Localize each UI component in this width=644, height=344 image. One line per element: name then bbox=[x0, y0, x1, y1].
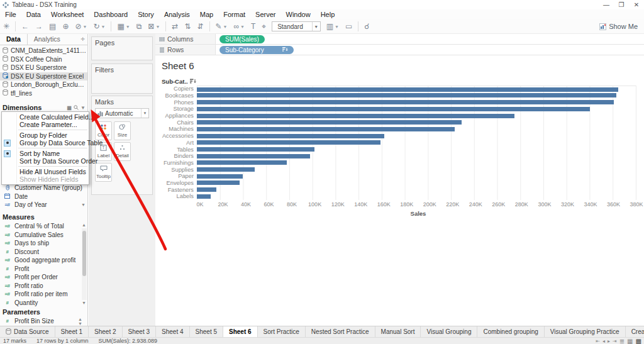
new-worksheet-button[interactable]: ▦▼ bbox=[114, 20, 133, 33]
data-source-london-borough-excludi[interactable]: London_Borough_Excludi... bbox=[0, 80, 87, 89]
sheet-tab-sheet-6[interactable]: Sheet 6 bbox=[223, 326, 258, 337]
bar-fasteners[interactable] bbox=[197, 187, 216, 192]
bar-tables[interactable] bbox=[197, 147, 314, 152]
menu-map[interactable]: Map bbox=[195, 9, 218, 19]
data-source-cnm-dataextents-14112[interactable]: CNM_DataExtents_14112... bbox=[0, 47, 87, 55]
size-button[interactable]: Size bbox=[114, 121, 131, 140]
tableau-logo-button[interactable]: ✳ bbox=[0, 20, 13, 33]
sheet-tab-create-region-from-country[interactable]: Create region from country bbox=[626, 326, 644, 337]
sheet-tab-sheet-4[interactable]: Sheet 4 bbox=[156, 326, 189, 337]
menu-window[interactable]: Window bbox=[281, 9, 316, 19]
previous-sheet-icon[interactable]: ◂ bbox=[602, 338, 605, 344]
menu-item-group-by-folder[interactable]: Group by Folder bbox=[2, 131, 89, 139]
sheet-tab-data-source[interactable]: Data Source bbox=[0, 326, 55, 337]
dimensions-menu-caret-icon[interactable]: ▼ bbox=[80, 105, 86, 111]
category-label-machines[interactable]: Machines bbox=[160, 126, 197, 132]
sort-descending-button[interactable]: ⇵ bbox=[194, 20, 206, 33]
sheet-tab-sort-practice[interactable]: Sort Practice bbox=[258, 326, 306, 337]
bar-labels[interactable] bbox=[197, 194, 211, 199]
category-label-appliances[interactable]: Appliances bbox=[160, 113, 197, 119]
sheet-tab-sheet-1[interactable]: Sheet 1 bbox=[55, 326, 89, 337]
view-as-icon[interactable]: ▦ bbox=[67, 105, 72, 111]
measure-central-of-total[interactable]: =#Central % of Total bbox=[0, 222, 82, 231]
measure-profit-per-order[interactable]: =#Profit per Order bbox=[0, 273, 82, 282]
data-source-dsx-eu-superstore-excel[interactable]: DSX EU Superstore Excel bbox=[0, 72, 87, 81]
minimize-button[interactable]: — bbox=[599, 0, 614, 9]
filters-shelf[interactable]: Filters bbox=[91, 64, 153, 94]
dimension-customer-name-group[interactable]: Customer Name (group) bbox=[0, 184, 87, 192]
swap-rows-columns-button[interactable]: ⇄ bbox=[169, 20, 181, 33]
measure-cumulative-sales[interactable]: =#Cumulative Sales bbox=[0, 231, 82, 240]
share-button[interactable]: ☌ bbox=[361, 20, 372, 33]
category-label-binders[interactable]: Binders bbox=[160, 153, 197, 159]
menu-item-group-by-data-source-table[interactable]: Group by Data Source Table bbox=[2, 139, 89, 147]
close-button[interactable]: ✕ bbox=[629, 0, 644, 9]
bar-supplies[interactable] bbox=[197, 167, 255, 172]
undo-button[interactable]: ← bbox=[18, 20, 32, 33]
pane-pin-icon[interactable]: ✛ bbox=[80, 36, 85, 42]
bar-chairs[interactable] bbox=[197, 120, 462, 125]
data-source-dsx-coffee-chain[interactable]: DSX Coffee Chain bbox=[0, 55, 87, 64]
sheet-tab-nested-sort-practice[interactable]: Nested Sort Practice bbox=[306, 326, 375, 337]
bar-paper[interactable] bbox=[197, 174, 243, 179]
sheet-tab-sheet-2[interactable]: Sheet 2 bbox=[89, 326, 122, 337]
bar-storage[interactable] bbox=[197, 107, 590, 111]
measure-good-aggregate-profit[interactable]: =#Good aggregate profit bbox=[0, 256, 82, 265]
menu-data[interactable]: Data bbox=[21, 9, 46, 19]
data-source-tfl-lines[interactable]: tfl_lines bbox=[0, 89, 87, 98]
category-label-phones[interactable]: Phones bbox=[160, 99, 197, 106]
measure-discount[interactable]: #Discount bbox=[0, 248, 82, 257]
fit-selector[interactable]: Standard ▼ bbox=[272, 21, 321, 31]
new-data-source-button[interactable]: ⊕ bbox=[59, 20, 72, 33]
category-label-furnishings[interactable]: Furnishings bbox=[160, 160, 197, 166]
chevron-down-icon[interactable]: ▼ bbox=[312, 22, 320, 31]
pill-sub-category[interactable]: Sub-Category bbox=[219, 46, 294, 54]
bar-accessories[interactable] bbox=[197, 134, 384, 138]
clear-sheet-button[interactable]: ⊠▼ bbox=[145, 20, 163, 33]
parameters-scroll-up-icon[interactable]: ▲ bbox=[78, 317, 82, 321]
measures-scrollbar[interactable] bbox=[82, 228, 87, 300]
pause-auto-updates-button[interactable]: ⊘▼ bbox=[72, 20, 90, 33]
tooltip-button[interactable]: Tooltip bbox=[95, 163, 112, 182]
dimension-day-of-year[interactable]: =#Day of Year bbox=[0, 201, 87, 209]
menu-analysis[interactable]: Analysis bbox=[159, 9, 195, 19]
menu-worksheet[interactable]: Worksheet bbox=[46, 9, 89, 19]
measures-scroll-up-icon[interactable]: ▲ bbox=[82, 223, 86, 227]
menu-item-create-calculated-field[interactable]: Create Calculated Field... bbox=[2, 113, 89, 121]
bar-appliances[interactable] bbox=[197, 114, 514, 118]
duplicate-sheet-button[interactable]: ⧉ bbox=[133, 20, 145, 33]
show-me-button[interactable]: Show Me bbox=[599, 23, 638, 30]
tab-analytics[interactable]: Analytics bbox=[28, 34, 67, 45]
detail-button[interactable]: Detail bbox=[114, 142, 131, 161]
row-field-header[interactable]: Sub-Cat.. bbox=[160, 77, 636, 86]
show-sheet-grid-icon[interactable]: ▦ bbox=[627, 338, 633, 344]
first-sheet-icon[interactable]: ⇤ bbox=[596, 338, 600, 344]
sheet-tab-visual-grouping-practice[interactable]: Visual Grouping Practice bbox=[545, 326, 626, 337]
category-label-fasteners[interactable]: Fasteners bbox=[160, 187, 197, 193]
sheet-tab-sheet-3[interactable]: Sheet 3 bbox=[123, 326, 156, 337]
measures-scroll-down-icon[interactable]: ▼ bbox=[82, 301, 86, 305]
category-label-art[interactable]: Art bbox=[160, 140, 197, 146]
rows-shelf[interactable]: Rows Sub-Category bbox=[155, 45, 644, 55]
chevron-down-icon[interactable]: ▼ bbox=[141, 109, 148, 118]
category-label-copiers[interactable]: Copiers bbox=[160, 86, 197, 92]
bar-envelopes[interactable] bbox=[197, 180, 240, 185]
presentation-mode-button[interactable]: ▭ bbox=[342, 20, 355, 33]
bar-binders[interactable] bbox=[197, 154, 310, 158]
fix-axes-button[interactable]: ⌖ bbox=[258, 20, 269, 33]
tab-data[interactable]: Data bbox=[0, 34, 28, 45]
show-hide-cards-button[interactable]: ▥▼ bbox=[323, 20, 342, 33]
category-label-bookcases[interactable]: Bookcases bbox=[160, 92, 197, 99]
save-button[interactable]: ▤ bbox=[46, 20, 59, 33]
dimensions-scroll-down-icon[interactable]: ▼ bbox=[81, 203, 86, 207]
menu-file[interactable]: File bbox=[0, 9, 21, 19]
search-icon[interactable] bbox=[74, 104, 79, 111]
menu-item-sort-by-data-source-order[interactable]: Sort by Data Source Order bbox=[2, 157, 89, 165]
maximize-button[interactable]: ❐ bbox=[614, 0, 629, 9]
measure-quantity[interactable]: #Quantity bbox=[0, 299, 82, 308]
measure-profit[interactable]: #Profit bbox=[0, 265, 82, 274]
pages-shelf[interactable]: Pages bbox=[91, 36, 153, 60]
run-auto-updates-button[interactable]: ↻▼ bbox=[90, 20, 108, 33]
columns-shelf[interactable]: Columns SUM(Sales) bbox=[155, 34, 644, 45]
category-label-accessories[interactable]: Accessories bbox=[160, 133, 197, 139]
